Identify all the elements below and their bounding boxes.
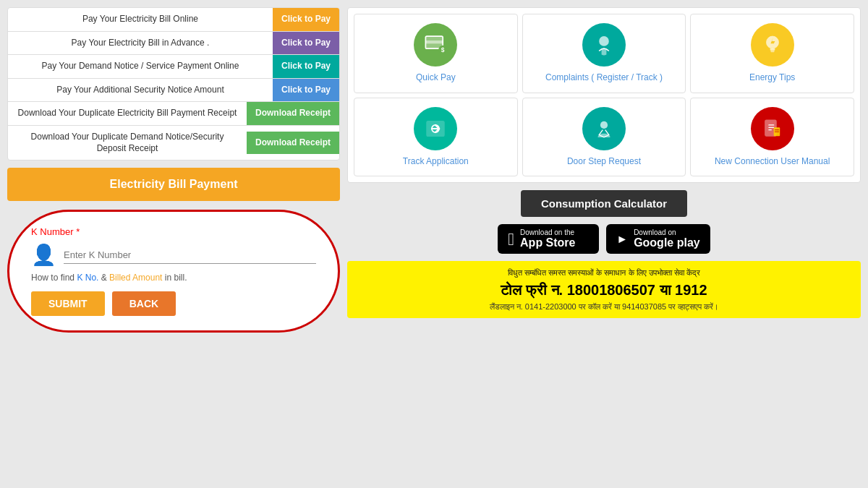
k-number-form-wrapper: K Number * 👤 How to find K No. & Billed …: [7, 210, 340, 333]
tile-label-manual: New Connection User Manual: [715, 156, 830, 168]
banner-toll: टोल फ्री न. 18001806507 या 1912: [356, 279, 852, 301]
pay-btn-0[interactable]: Click to Pay: [273, 8, 339, 31]
left-panel: Pay Your Electricity Bill Online Click t…: [7, 7, 340, 481]
tiles-grid: $ Quick Pay Complaints ( Register / Trac…: [347, 7, 861, 183]
svg-point-11: [600, 121, 608, 128]
tile-label-energy: Energy Tips: [749, 72, 795, 84]
tile-icon-complaints: [582, 23, 626, 67]
payment-label: Pay Your Additional Security Notice Amou…: [8, 79, 273, 102]
banner-line1: विधुत सम्बंधित समस्त समस्याओं के समाधान …: [356, 267, 852, 279]
pay-btn-1[interactable]: Click to Pay: [273, 32, 339, 55]
tile-energy[interactable]: Energy Tips: [690, 14, 854, 93]
hint-text: How to find K No. & Billed Amount in bil…: [31, 273, 316, 283]
svg-rect-2: [426, 40, 443, 43]
payment-label: Pay Your Demand Notice / Service Payment…: [8, 55, 273, 78]
pay-btn-3[interactable]: Click to Pay: [273, 79, 339, 102]
tile-icon-manual: [751, 107, 794, 150]
tile-label-doorstep: Door Step Request: [567, 156, 641, 168]
table-row: Pay Your Electricity Bill Online Click t…: [8, 8, 339, 32]
tile-icon-quick-pay: $: [414, 23, 457, 67]
tile-label-complaints: Complaints ( Register / Track ): [545, 72, 663, 84]
tile-doorstep[interactable]: Door Step Request: [522, 98, 686, 177]
svg-text:$: $: [441, 46, 445, 53]
tile-icon-doorstep: [582, 107, 626, 150]
consumption-calc-button[interactable]: Consumption Calculator: [521, 190, 687, 217]
tile-complaints[interactable]: Complaints ( Register / Track ): [522, 14, 686, 93]
hint-prefix: How to find: [31, 273, 77, 283]
pay-btn-4[interactable]: Download Receipt: [247, 102, 339, 125]
k-number-label: K Number *: [31, 226, 316, 237]
svg-rect-7: [770, 48, 775, 51]
apple-icon: : [508, 229, 514, 249]
tile-label-track: Track Application: [403, 156, 469, 168]
pay-btn-5[interactable]: Download Receipt: [247, 132, 339, 155]
k-number-label-text: K Number: [31, 226, 74, 237]
tile-icon-track: [414, 107, 457, 150]
tile-manual[interactable]: New Connection User Manual: [690, 98, 854, 177]
hint-suffix: in bill.: [162, 273, 187, 283]
back-button[interactable]: BACK: [112, 291, 176, 316]
k-number-input-row: 👤: [31, 243, 316, 267]
hint-and: &: [98, 273, 109, 283]
tile-label-quick-pay: Quick Pay: [416, 72, 456, 84]
user-icon: 👤: [31, 243, 56, 267]
payment-label: Pay Your Electricity Bill Online: [8, 8, 273, 31]
app-store-line1: Download on the: [520, 228, 575, 236]
svg-point-5: [599, 36, 609, 46]
google-play-line1: Download on: [634, 228, 700, 236]
google-play-icon: ►: [616, 233, 628, 246]
banner-landline: लैंडलाइन न. 0141-2203000 पर कॉल करें या …: [356, 301, 852, 313]
tile-track[interactable]: Track Application: [354, 98, 518, 177]
right-panel: $ Quick Pay Complaints ( Register / Trac…: [347, 7, 861, 481]
payment-label: Download Your Duplicate Demand Notice/Se…: [8, 126, 247, 160]
submit-button[interactable]: SUBMIT: [31, 291, 105, 316]
pay-btn-2[interactable]: Click to Pay: [273, 55, 339, 78]
hint-kno[interactable]: K No.: [77, 273, 98, 283]
table-row: Pay Your Electricity Bill in Advance . C…: [8, 32, 339, 56]
main-container: Pay Your Electricity Bill Online Click t…: [0, 0, 868, 488]
table-row: Download Your Duplicate Demand Notice/Se…: [8, 126, 339, 160]
tile-quick-pay[interactable]: $ Quick Pay: [354, 14, 518, 93]
calc-row: Consumption Calculator: [347, 190, 861, 217]
k-number-input[interactable]: [64, 247, 316, 264]
svg-rect-8: [770, 51, 774, 53]
table-row: Pay Your Additional Security Notice Amou…: [8, 79, 339, 103]
payment-table: Pay Your Electricity Bill Online Click t…: [7, 7, 340, 160]
table-row: Pay Your Demand Notice / Service Payment…: [8, 55, 339, 79]
k-number-form: K Number * 👤 How to find K No. & Billed …: [31, 226, 316, 316]
payment-label: Download Your Duplicate Electricity Bill…: [8, 102, 247, 125]
app-store-line2: App Store: [520, 236, 575, 249]
table-row: Download Your Duplicate Electricity Bill…: [8, 102, 339, 126]
hint-billed[interactable]: Billed Amount: [109, 273, 162, 283]
info-banner: विधुत सम्बंधित समस्त समस्याओं के समाधान …: [347, 261, 861, 318]
google-play-button[interactable]: ► Download on Google play: [606, 224, 710, 254]
app-store-button[interactable]:  Download on the App Store: [498, 224, 599, 254]
google-play-line2: Google play: [634, 236, 700, 249]
tile-icon-energy: [751, 23, 794, 67]
payment-label: Pay Your Electricity Bill in Advance .: [8, 32, 273, 55]
electricity-bill-button[interactable]: Electricity Bill Payment: [7, 168, 340, 201]
app-download-row:  Download on the App Store ► Download o…: [347, 224, 861, 254]
form-buttons: SUBMIT BACK: [31, 291, 316, 316]
required-star: *: [74, 226, 80, 237]
